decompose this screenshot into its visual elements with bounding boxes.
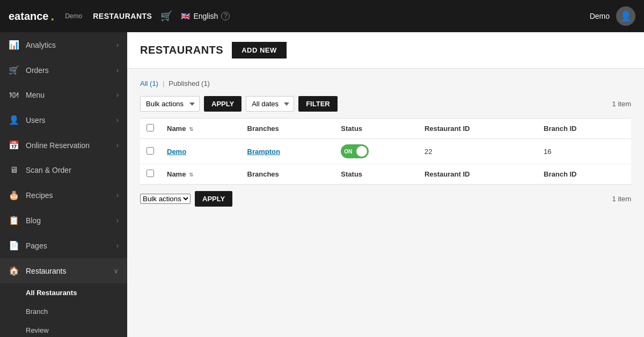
bulk-actions-select-top[interactable]: Bulk actions — [140, 96, 200, 112]
select-all-checkbox-top[interactable] — [147, 124, 154, 131]
sidebar-item-label: Users — [26, 116, 110, 124]
logo-text: eatance — [9, 10, 49, 23]
nav-restaurants-link[interactable]: RESTAURANTS — [93, 12, 152, 20]
table-footer-row: Name ⇅ Branches Status Restaurant ID Bra… — [140, 164, 631, 185]
sidebar-item-orders[interactable]: 🛒 Orders › — [0, 57, 127, 83]
sidebar-item-label: Pages — [26, 241, 110, 250]
status-toggle[interactable]: ON — [341, 144, 369, 158]
avatar-icon: 👤 — [620, 10, 632, 22]
chevron-icon: › — [116, 142, 119, 149]
header-status: Status — [334, 119, 418, 139]
branch-link[interactable]: Brampton — [247, 148, 280, 156]
table-header-row: Name ⇅ Branches Status Restaurant ID Bra… — [140, 119, 631, 139]
sidebar-item-online-reservation[interactable]: 📅 Online Reservation › — [0, 133, 127, 158]
user-name: Demo — [590, 12, 610, 20]
sidebar-item-pages[interactable]: 📄 Pages › — [0, 233, 127, 258]
filter-tab-all[interactable]: All (1) — [140, 79, 158, 87]
restaurants-icon: 🏠 — [9, 266, 19, 276]
top-navigation: eatance . Demo RESTAURANTS 🛒 🇬🇧 English … — [0, 0, 644, 32]
nav-right: Demo 👤 — [590, 6, 635, 26]
toggle-on-label: ON — [344, 149, 352, 155]
filter-tabs: All (1) | Published (1) — [140, 79, 631, 87]
footer-restaurant-id: Restaurant ID — [418, 164, 537, 185]
row-branch-cell: Brampton — [241, 139, 335, 164]
content-header: RESTAURANTS ADD NEW — [127, 32, 644, 69]
sidebar-item-label: Menu — [26, 91, 110, 99]
chevron-icon: › — [116, 242, 119, 250]
sidebar-item-recipes[interactable]: 🎂 Recipes › — [0, 182, 127, 208]
chevron-icon: › — [116, 116, 119, 124]
all-count: (1) — [150, 79, 158, 87]
sidebar-item-label: Restaurants — [26, 267, 107, 275]
chevron-icon: › — [116, 67, 119, 74]
select-all-checkbox-bottom[interactable] — [147, 170, 154, 177]
item-count-top: 1 item — [612, 100, 631, 108]
table-row: Demo Brampton ON — [140, 139, 631, 164]
users-icon: 👤 — [9, 115, 19, 125]
page-title: RESTAURANTS — [140, 44, 223, 56]
sidebar-item-scan-order[interactable]: 🖥 Scan & Order — [0, 158, 127, 182]
help-icon[interactable]: ? — [221, 12, 230, 20]
top-filter-bar: Bulk actions APPLY All dates FILTER 1 it… — [140, 96, 631, 112]
bottom-filter-bar: Bulk actions APPLY 1 item — [140, 191, 631, 207]
sidebar-item-label: Orders — [26, 66, 110, 75]
filter-tab-published[interactable]: Published (1) — [169, 79, 210, 87]
logo-dot: . — [51, 10, 55, 23]
main-content: RESTAURANTS ADD NEW All (1) | Published … — [127, 32, 644, 337]
row-checkbox[interactable] — [147, 147, 154, 155]
header-checkbox-col — [140, 119, 160, 139]
sidebar-subitem-all-restaurants[interactable]: All Restaurants — [0, 283, 127, 302]
sidebar-subitem-review[interactable]: Review — [0, 321, 127, 337]
row-restaurant-id-cell: 22 — [418, 139, 537, 164]
orders-icon: 🛒 — [9, 65, 19, 75]
sidebar-item-users[interactable]: 👤 Users › — [0, 107, 127, 133]
sidebar-item-menu[interactable]: 🍽 Menu › — [0, 83, 127, 107]
footer-status: Status — [334, 164, 418, 185]
footer-branches: Branches — [241, 164, 335, 185]
date-filter-select[interactable]: All dates — [246, 96, 294, 112]
blog-icon: 📋 — [9, 215, 19, 225]
footer-name[interactable]: Name ⇅ — [160, 164, 241, 185]
footer-branch-id: Branch ID — [537, 164, 631, 185]
toggle-knob — [356, 146, 367, 157]
apply-button-top[interactable]: APPLY — [204, 96, 241, 112]
avatar[interactable]: 👤 — [616, 6, 635, 26]
apply-button-bottom[interactable]: APPLY — [195, 191, 232, 207]
sidebar-subitem-branch[interactable]: Branch — [0, 302, 127, 321]
sidebar-item-label: Analytics — [26, 41, 110, 49]
chevron-icon: › — [116, 91, 119, 99]
sidebar-item-restaurants[interactable]: 🏠 Restaurants ∨ — [0, 258, 127, 283]
chevron-icon: › — [116, 41, 119, 49]
language-selector[interactable]: 🇬🇧 English ? — [181, 12, 230, 20]
name-label-footer: Name — [167, 170, 186, 178]
sidebar-item-label: Blog — [26, 216, 110, 225]
chevron-icon: › — [116, 192, 119, 199]
sidebar-item-label: Online Reservation — [26, 141, 110, 150]
sort-icon: ⇅ — [189, 126, 193, 132]
chevron-down-icon: ∨ — [114, 267, 119, 275]
header-name[interactable]: Name ⇅ — [160, 119, 241, 139]
bulk-actions-select-bottom[interactable]: Bulk actions — [140, 194, 191, 204]
menu-icon: 🍽 — [9, 90, 19, 100]
sidebar-item-analytics[interactable]: 📊 Analytics › — [0, 32, 127, 57]
published-count: (1) — [201, 79, 210, 87]
status-toggle-container: ON — [341, 144, 412, 158]
cart-icon[interactable]: 🛒 — [160, 10, 172, 22]
filter-button[interactable]: FILTER — [298, 96, 338, 112]
sort-icon-footer: ⇅ — [189, 172, 193, 178]
sidebar-item-label: Scan & Order — [26, 166, 119, 174]
logo[interactable]: eatance . — [9, 10, 54, 23]
scan-icon: 🖥 — [9, 165, 19, 175]
add-new-button[interactable]: ADD NEW — [232, 42, 287, 58]
sidebar-item-blog[interactable]: 📋 Blog › — [0, 208, 127, 233]
content-body: All (1) | Published (1) Bulk actions APP… — [127, 69, 644, 217]
reservation-icon: 📅 — [9, 140, 19, 150]
restaurant-name-link[interactable]: Demo — [167, 148, 186, 156]
item-count-bottom: 1 item — [612, 195, 631, 203]
row-branch-id-cell: 16 — [537, 139, 631, 164]
row-status-cell: ON — [334, 139, 418, 164]
header-branch-id: Branch ID — [537, 119, 631, 139]
row-name-cell: Demo — [160, 139, 241, 164]
row-checkbox-cell — [140, 139, 160, 164]
header-restaurant-id: Restaurant ID — [418, 119, 537, 139]
